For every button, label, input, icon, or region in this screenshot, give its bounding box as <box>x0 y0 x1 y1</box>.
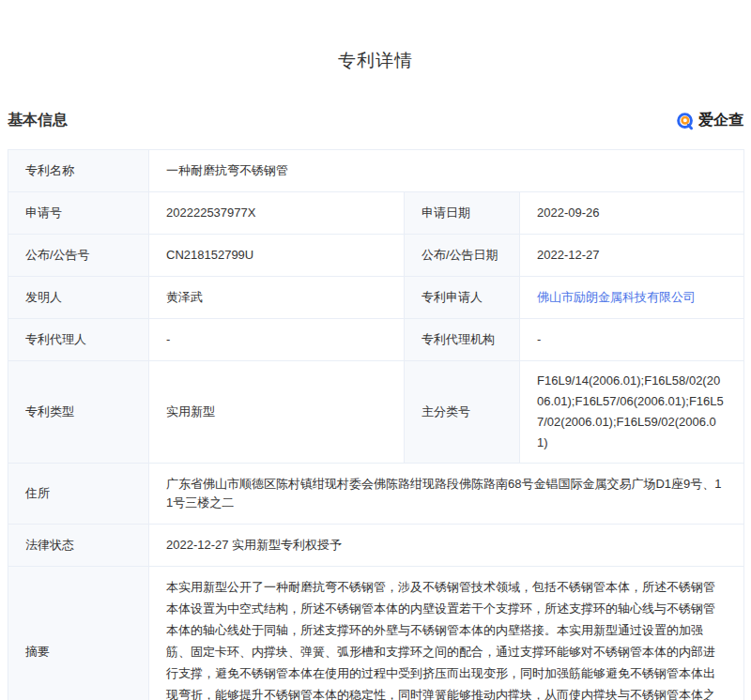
aiqicha-logo[interactable]: 爱企查 <box>676 111 743 130</box>
table-row-application: 申请号 202222537977X 申请日期 2022-09-26 <box>8 192 744 235</box>
page-title: 专利详情 <box>0 0 751 73</box>
field-label: 申请日期 <box>405 192 520 235</box>
field-value-patent-type: 实用新型 <box>149 361 405 464</box>
field-value-inventor: 黄泽武 <box>149 277 405 319</box>
magnifier-q-icon <box>676 112 695 130</box>
table-row-agent: 专利代理人 - 专利代理机构 - <box>8 319 744 361</box>
aiqicha-logo-text: 爱企查 <box>698 111 743 130</box>
field-value-publication-date: 2022-12-27 <box>520 235 744 277</box>
field-value-legal-status: 2022-12-27 实用新型专利权授予 <box>149 525 744 567</box>
field-label: 专利代理机构 <box>405 319 520 361</box>
field-value-agent: - <box>149 319 405 361</box>
field-value-patent-name: 一种耐磨抗弯不锈钢管 <box>149 150 744 192</box>
table-row-abstract: 摘要 本实用新型公开了一种耐磨抗弯不锈钢管，涉及不锈钢管技术领域，包括不锈钢管本… <box>8 567 744 700</box>
field-value-address: 广东省佛山市顺德区陈村镇绀现村委会佛陈路绀现路段佛陈路南68号金锠国际金属交易广… <box>149 464 744 525</box>
table-row-publication: 公布/公告号 CN218152799U 公布/公告日期 2022-12-27 <box>8 235 744 277</box>
field-label: 发明人 <box>8 277 149 319</box>
field-label: 摘要 <box>8 567 149 700</box>
field-label: 专利代理人 <box>8 319 149 361</box>
section-title-basic-info: 基本信息 <box>8 111 68 130</box>
field-value-main-classification: F16L9/14(2006.01);F16L58/02(2006.01);F16… <box>520 361 744 464</box>
field-label: 申请号 <box>8 192 149 235</box>
patent-detail-page: 专利详情 基本信息 爱企查 专利名称 一种耐磨抗弯不锈钢管 <box>0 0 751 700</box>
field-value-application-date: 2022-09-26 <box>520 192 744 235</box>
table-row-address: 住所 广东省佛山市顺德区陈村镇绀现村委会佛陈路绀现路段佛陈路南68号金锠国际金属… <box>8 464 744 525</box>
field-label: 主分类号 <box>405 361 520 464</box>
applicant-company-link[interactable]: 佛山市励朗金属科技有限公司 <box>537 290 696 304</box>
table-row-legal-status: 法律状态 2022-12-27 实用新型专利权授予 <box>8 525 744 567</box>
field-value-publication-number: CN218152799U <box>149 235 405 277</box>
table-row-patent-name: 专利名称 一种耐磨抗弯不锈钢管 <box>8 150 744 192</box>
section-header: 基本信息 爱企查 <box>8 111 743 130</box>
field-label: 公布/公告日期 <box>405 235 520 277</box>
table-row-patent-type: 专利类型 实用新型 主分类号 F16L9/14(2006.01);F16L58/… <box>8 361 744 464</box>
field-label: 专利类型 <box>8 361 149 464</box>
field-value-application-number: 202222537977X <box>149 192 405 235</box>
field-label: 公布/公告号 <box>8 235 149 277</box>
field-value-abstract: 本实用新型公开了一种耐磨抗弯不锈钢管，涉及不锈钢管技术领域，包括不锈钢管本体，所… <box>149 567 744 700</box>
field-value-applicant: 佛山市励朗金属科技有限公司 <box>520 277 744 319</box>
field-label: 住所 <box>8 464 149 525</box>
field-label: 专利名称 <box>8 150 149 192</box>
patent-info-table: 专利名称 一种耐磨抗弯不锈钢管 申请号 202222537977X 申请日期 2… <box>8 149 744 700</box>
field-value-agency: - <box>520 319 744 361</box>
table-row-inventor: 发明人 黄泽武 专利申请人 佛山市励朗金属科技有限公司 <box>8 277 744 319</box>
field-label: 法律状态 <box>8 525 149 567</box>
field-label: 专利申请人 <box>405 277 520 319</box>
